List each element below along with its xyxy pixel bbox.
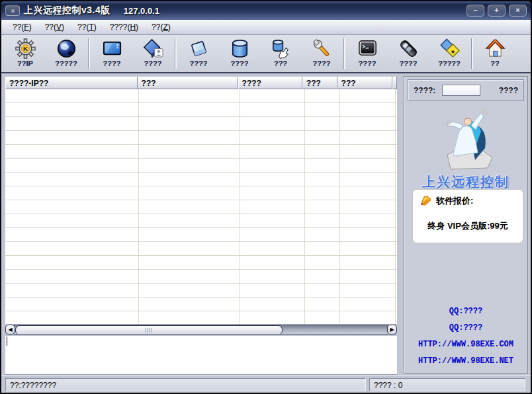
diamonds-star-icon: ★ (439, 38, 461, 59)
toolbar-button-screen[interactable]: ???? (91, 36, 132, 71)
status-count: ???? : 0 (369, 378, 525, 391)
column-header-host-ip[interactable]: ????-IP?? (5, 77, 138, 89)
toolbar-button-settings[interactable]: ???? (301, 36, 342, 71)
toolbar-separator (343, 38, 345, 69)
connection-list[interactable] (5, 89, 397, 324)
port-settings-box: ????: ???? (408, 79, 524, 101)
home-icon (484, 38, 506, 59)
side-panel: ????: ???? 上兴远程控制 (404, 76, 528, 374)
menu-item-view[interactable]: ??(V) (38, 20, 71, 34)
toolbar-separator (88, 38, 90, 69)
grid-line (304, 89, 305, 324)
toolbar-button-notes[interactable]: ???? (178, 36, 219, 71)
database-hand-icon (270, 38, 292, 59)
price-box-title: 软件报价: (436, 195, 473, 207)
port-label: ????: (414, 86, 435, 95)
toolbar-label: ??? (274, 59, 287, 67)
database-icon (229, 38, 251, 59)
menu-bar: ??(F) ??(V) ??(T) ????(H) ??(Z) (1, 20, 531, 35)
website-link-net[interactable]: HTTP://WWW.98EXE.NET (404, 356, 527, 366)
globe-icon (56, 38, 77, 59)
toolbar-label: ???? (190, 59, 208, 67)
menu-item-file[interactable]: ??(F) (6, 20, 38, 34)
horizontal-scrollbar[interactable]: ◀ ▶ (5, 325, 397, 335)
toolbar-label: ???? (144, 59, 162, 67)
grid-line (138, 89, 139, 324)
qq-link-2[interactable]: QQ:???? (404, 323, 527, 333)
column-header-4[interactable]: ??? (302, 77, 337, 89)
port-input[interactable] (442, 85, 480, 96)
toolbar-button-database[interactable]: ???? (219, 36, 260, 71)
toolbar-separator (471, 38, 473, 69)
toolbar-label: ???? (359, 59, 377, 67)
gear-k-icon: K (15, 38, 36, 59)
links-block: QQ:???? QQ:???? HTTP://WWW.98EXE.COM HTT… (404, 307, 527, 373)
logo-figure (420, 102, 512, 171)
price-box: 软件报价: 终身 VIP会员版:99元 (412, 189, 523, 243)
menu-item-help[interactable]: ????(H) (103, 20, 145, 34)
toolbar: K ??IP ????? ???? (1, 35, 531, 73)
remote-icon (398, 38, 420, 59)
menu-item-tools[interactable]: ??(T) (71, 20, 103, 34)
qq-link-1[interactable]: QQ:???? (404, 307, 527, 316)
column-header-filler (392, 77, 397, 89)
toolbar-label: ?? (490, 59, 499, 67)
price-value: 终身 VIP会员版:99元 (419, 220, 517, 232)
toolbar-separator (175, 38, 177, 69)
logo-text: 上兴远程控制 (404, 173, 527, 191)
toolbar-button-remote[interactable]: ???? (388, 36, 429, 71)
toolbar-label: ??IP (17, 59, 33, 67)
table-header: ????-IP?? ??? ???? ??? ??? (5, 77, 397, 89)
window-title: 上兴远程控制v3.4版 (24, 5, 111, 17)
toolbar-label: ???? (400, 59, 418, 67)
toolbar-label: ???? (313, 59, 331, 67)
grid-line (240, 89, 240, 324)
port-action-label[interactable]: ???? (499, 86, 518, 95)
close-button[interactable]: × (509, 5, 527, 17)
grid-line (395, 89, 396, 324)
toolbar-button-config-ip[interactable]: K ??IP (5, 36, 46, 71)
app-window: 上兴远程控制v3.4版 127.0.0.1 – + × ??(F) ??(V) … (0, 0, 532, 394)
note-icon (188, 38, 210, 59)
status-bar: ??:???????? ???? : 0 (1, 375, 531, 394)
website-link-com[interactable]: HTTP://WWW.98EXE.COM (404, 340, 527, 349)
log-area[interactable] (5, 336, 397, 375)
wrench-icon (311, 38, 333, 59)
maximize-button[interactable]: + (488, 5, 506, 17)
toolbar-label: ????? (55, 59, 77, 67)
terminal-icon (357, 38, 378, 59)
user-diamond-icon (142, 38, 164, 59)
left-pane: ????-IP?? ??? ???? ??? ??? ◀ (1, 73, 398, 375)
toolbar-button-network[interactable]: ????? (46, 36, 87, 71)
grid-line (339, 89, 340, 324)
toolbar-label: ???? (231, 59, 249, 67)
main-area: ????-IP?? ??? ???? ??? ??? ◀ (1, 73, 531, 375)
svg-text:K: K (23, 45, 28, 52)
column-header-3[interactable]: ???? (238, 77, 302, 89)
scrollbar-thumb[interactable] (15, 325, 283, 335)
toolbar-button-plugins[interactable]: ★ ????? (429, 36, 470, 71)
toolbar-button-terminal[interactable]: ???? (347, 36, 388, 71)
system-menu-icon[interactable] (5, 5, 20, 16)
scrollbar-track[interactable] (14, 325, 388, 335)
monitor-icon (101, 38, 123, 59)
right-pane: ????: ???? 上兴远程控制 (398, 73, 531, 375)
status-message: ??:???????? (5, 378, 366, 391)
column-header-2[interactable]: ??? (138, 77, 238, 89)
window-address: 127.0.0.1 (124, 6, 159, 16)
menu-item-about[interactable]: ??(Z) (145, 20, 177, 34)
scroll-left-arrow[interactable]: ◀ (5, 325, 15, 335)
toolbar-label: ????? (438, 59, 461, 67)
text-caret (7, 336, 7, 346)
toolbar-button-user-session[interactable]: ???? (132, 36, 173, 71)
minimize-button[interactable]: – (466, 5, 484, 17)
toolbar-label: ???? (103, 59, 121, 67)
column-header-5[interactable]: ??? (337, 77, 392, 89)
toolbar-button-home[interactable]: ?? (474, 36, 515, 71)
titlebar: 上兴远程控制v3.4版 127.0.0.1 – + × (1, 1, 531, 20)
svg-text:★: ★ (450, 48, 455, 55)
bell-icon (419, 194, 431, 207)
toolbar-button-grab[interactable]: ??? (260, 36, 301, 71)
scroll-right-arrow[interactable]: ▶ (387, 325, 397, 335)
